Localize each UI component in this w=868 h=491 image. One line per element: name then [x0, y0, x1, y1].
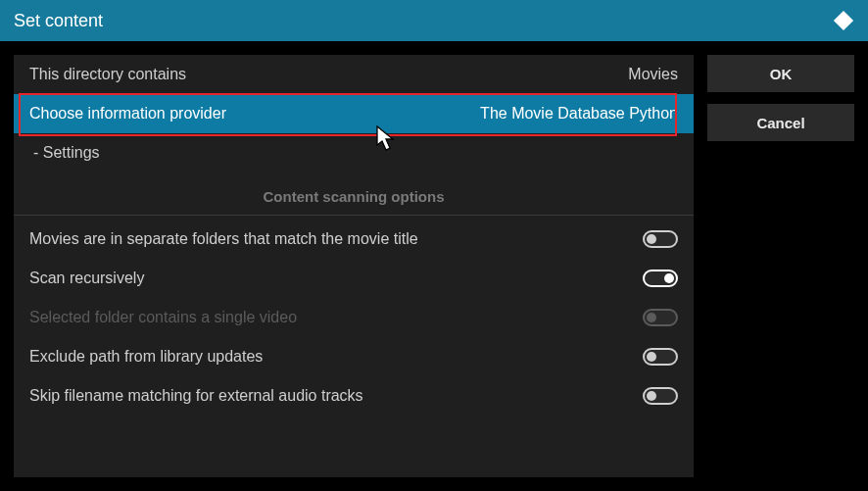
dialog-header: Set content	[0, 0, 868, 41]
row-label: Skip filename matching for external audi…	[29, 387, 363, 405]
section-heading-content-scanning: Content scanning options	[14, 172, 694, 215]
row-label: Movies are in separate folders that matc…	[29, 230, 418, 248]
cancel-button[interactable]: Cancel	[707, 104, 854, 141]
row-label: This directory contains	[29, 66, 186, 83]
ok-button[interactable]: OK	[707, 55, 854, 92]
main-panel: This directory contains Movies Choose in…	[14, 55, 694, 477]
toggle-scan-recursively[interactable]	[643, 270, 678, 287]
row-label: Selected folder contains a single video	[29, 309, 297, 326]
toggle-exclude-path[interactable]	[643, 348, 678, 366]
toggle-single-video	[643, 309, 678, 326]
row-label: Exclude path from library updates	[29, 348, 263, 366]
row-label: - Settings	[33, 144, 100, 162]
dialog-title: Set content	[14, 11, 103, 31]
row-scan-recursively[interactable]: Scan recursively	[14, 259, 694, 298]
row-skip-filename[interactable]: Skip filename matching for external audi…	[14, 376, 694, 416]
row-this-directory-contains[interactable]: This directory contains Movies	[14, 55, 694, 94]
row-label: Choose information provider	[29, 105, 226, 123]
row-settings[interactable]: - Settings	[14, 133, 694, 172]
row-single-video: Selected folder contains a single video	[14, 298, 694, 337]
row-choose-information-provider[interactable]: Choose information provider The Movie Da…	[14, 94, 694, 133]
toggle-skip-filename[interactable]	[643, 387, 678, 405]
row-value: Movies	[628, 66, 678, 83]
toggle-separate-folders[interactable]	[643, 230, 678, 248]
row-value: The Movie Database Python	[480, 105, 678, 123]
kodi-logo-icon	[833, 10, 854, 31]
divider	[14, 215, 694, 216]
row-exclude-path[interactable]: Exclude path from library updates	[14, 337, 694, 376]
side-buttons: OK Cancel	[707, 55, 854, 477]
row-separate-folders[interactable]: Movies are in separate folders that matc…	[14, 220, 694, 259]
row-label: Scan recursively	[29, 270, 144, 287]
